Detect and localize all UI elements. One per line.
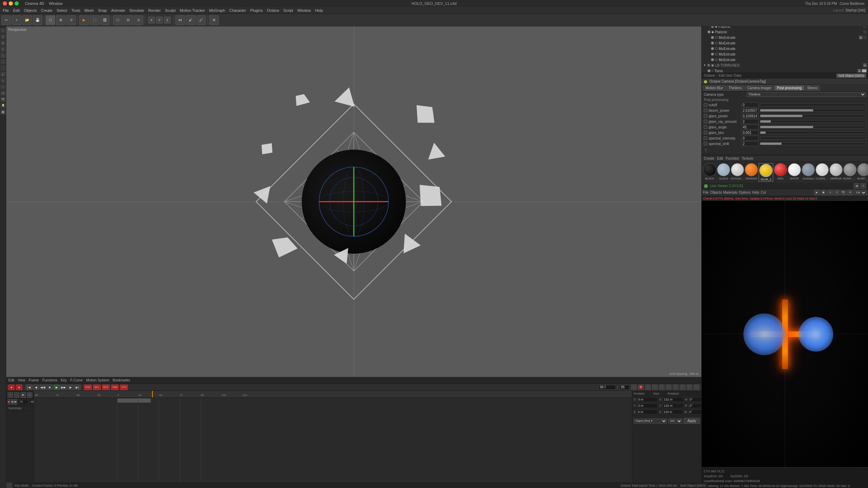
edge-btn[interactable]: ⊟ — [123, 15, 133, 25]
menu-window[interactable]: Window — [49, 1, 62, 6]
record-pts-btn[interactable]: PTS — [120, 385, 128, 390]
tl-menu-frame[interactable]: Frame — [29, 378, 39, 382]
material-glass[interactable]: GLASS — [717, 163, 730, 182]
lv-help[interactable]: Help — [752, 191, 759, 194]
open-btn[interactable]: 📂 — [22, 15, 32, 25]
stop-btn[interactable]: ■ — [47, 385, 53, 390]
material-glue2[interactable]: GLUE_2 — [759, 163, 773, 182]
tl-btn-9[interactable]: ⬛ — [687, 385, 692, 390]
menu-script[interactable]: Script — [283, 8, 293, 12]
material-dougassy[interactable]: DOUGASSY — [731, 163, 744, 182]
tool-scale[interactable]: ⊞ — [0, 40, 6, 46]
material-octglass[interactable]: OctGlass — [802, 163, 815, 182]
tl-btn-5[interactable]: ⬛ — [659, 385, 665, 390]
hierarchy-moextrude-4[interactable]: ⬡ MoExtrude — [702, 51, 868, 57]
obj-traffic-g1[interactable]: ● — [863, 64, 867, 67]
cutoff-bar[interactable] — [760, 103, 866, 106]
size-y-field[interactable] — [663, 403, 684, 408]
tl-track-rec[interactable]: ● — [8, 399, 10, 405]
play-back-btn[interactable]: ◀◀ — [40, 385, 46, 390]
lv-fps-select[interactable]: 10K — [854, 190, 867, 195]
material-orange[interactable]: ORANGE — [745, 163, 758, 182]
move-btn[interactable]: ⬡ — [45, 15, 55, 25]
menu-edit[interactable]: Edit — [13, 8, 20, 12]
summary-track-bar[interactable] — [117, 398, 151, 403]
menu-window2[interactable]: Window — [297, 8, 311, 12]
menu-mesh[interactable]: Mesh — [84, 8, 94, 12]
size-z-field[interactable] — [662, 410, 683, 414]
close-button[interactable] — [3, 1, 7, 6]
tl-btn-4[interactable]: ⬛ — [652, 385, 658, 390]
save-btn[interactable]: 💾 — [33, 15, 42, 25]
xray-btn[interactable]: X — [148, 17, 155, 24]
next-frame-btn[interactable]: ▶ — [67, 385, 74, 390]
lv-focus[interactable]: ⊙ — [827, 190, 833, 195]
bloom-checkbox[interactable] — [704, 109, 707, 112]
coord-space-select[interactable]: Object (Rel) ▾ — [634, 419, 667, 423]
tl-btn-3[interactable]: ⬛ — [645, 385, 651, 390]
spectral-int-checkbox[interactable] — [704, 136, 707, 140]
render-region-btn[interactable]: ⬚ — [90, 15, 99, 25]
tool-light[interactable]: 💡 — [0, 103, 6, 108]
deform-btn[interactable]: ⋈ — [175, 15, 185, 25]
timeline-tracks[interactable] — [34, 398, 632, 482]
record-pos-btn[interactable]: POS — [84, 385, 92, 390]
glare-power-bar[interactable] — [760, 115, 866, 117]
tl-track-btn3[interactable]: ▶ — [20, 392, 26, 398]
live-viewer-canvas[interactable] — [702, 201, 868, 467]
glare-blur-bar[interactable] — [760, 131, 866, 134]
glare-angle-bar[interactable] — [760, 126, 866, 128]
tl-track-next[interactable]: ▶ — [14, 399, 17, 405]
new-btn[interactable]: + — [12, 15, 22, 25]
obj-torus-1-vis[interactable]: ● — [858, 69, 861, 73]
menu-create[interactable]: Create — [41, 8, 52, 12]
track-summary[interactable]: Summary — [6, 405, 34, 411]
tl-btn-7[interactable]: ⬛ — [673, 385, 678, 390]
lv-play[interactable]: ▶ — [814, 190, 820, 195]
tl-btn-6[interactable]: ⬛ — [666, 385, 671, 390]
tl-track-btn4[interactable]: ⬡ — [27, 392, 33, 398]
go-start-btn[interactable]: |◀ — [26, 385, 32, 390]
menu-character[interactable]: Character — [229, 8, 246, 12]
hierarchy-platonic-2[interactable]: ◆ Platonic — [702, 29, 868, 35]
record-param-btn[interactable]: PAR — [111, 385, 119, 390]
menu-select[interactable]: Select — [57, 8, 67, 12]
prev-frame-btn[interactable]: ◀ — [33, 385, 39, 390]
cutoff-checkbox[interactable] — [704, 103, 707, 107]
tab-motion-blur[interactable]: Motion Blur — [703, 85, 726, 91]
tl-btn-10[interactable]: ⬛ — [694, 385, 699, 390]
tl-menu-key[interactable]: Key — [61, 378, 67, 382]
rot-p-field[interactable] — [688, 403, 702, 408]
rotate-btn[interactable]: ↺ — [66, 15, 76, 25]
menu-help[interactable]: Help — [315, 8, 323, 12]
menu-animate[interactable]: Animate — [111, 8, 125, 12]
hierarchy-moextrude-1[interactable]: ⬡ MoExtrude ● — [702, 35, 868, 40]
lv-snapshot[interactable]: 📷 — [841, 190, 846, 195]
record-all-btn[interactable]: ● — [8, 385, 15, 390]
glare-ray-checkbox[interactable] — [704, 120, 707, 123]
pos-y-field[interactable] — [637, 403, 658, 408]
tl-btn-8[interactable]: ⬛ — [680, 385, 685, 390]
render-btn[interactable]: ▶ — [79, 15, 89, 25]
menu-file[interactable]: File — [3, 8, 9, 12]
minimize-button[interactable] — [9, 1, 13, 6]
glare-blur-checkbox[interactable] — [704, 131, 707, 134]
fps-field[interactable] — [619, 385, 630, 390]
tool-camera[interactable]: 📷 — [0, 96, 6, 102]
glare-angle-value[interactable] — [741, 125, 759, 129]
obj-torus-1-icon[interactable] — [862, 69, 867, 73]
tab-stereo[interactable]: Stereo — [805, 85, 820, 91]
rot-b-field[interactable] — [688, 410, 702, 414]
glare-power-value[interactable] — [741, 113, 759, 118]
menu-mograph[interactable]: MoGraph — [209, 8, 225, 12]
hierarchy-moextrude-5[interactable]: ⬡ MoExtrude — [702, 57, 868, 62]
tl-menu-edit[interactable]: Edit — [8, 378, 14, 382]
menu-cinema4d[interactable]: Cinema 4D — [25, 1, 44, 6]
mat-function[interactable]: Function — [726, 157, 739, 160]
help-icon[interactable]: ? — [702, 146, 868, 155]
record-rot-btn[interactable]: ROT — [102, 385, 110, 390]
hierarchy-moextrude-3[interactable]: ⬡ MoExtrude — [702, 46, 868, 51]
tl-btn-2[interactable]: 🔴 — [638, 385, 644, 390]
mat-texture[interactable]: Texture — [742, 157, 753, 160]
menu-simulate[interactable]: Simulate — [129, 8, 144, 12]
